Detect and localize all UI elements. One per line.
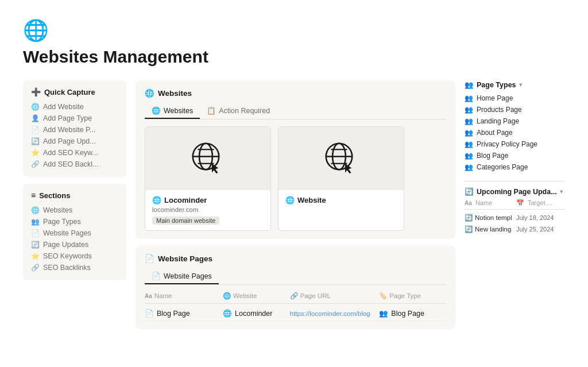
quick-capture-item-1[interactable]: 🌐 Add Website bbox=[31, 101, 118, 113]
website-thumb-1 bbox=[145, 127, 270, 190]
page-type-home[interactable]: 👥 Home Page bbox=[465, 92, 565, 104]
quick-capture-item-6[interactable]: 🔗 Add SEO Backl... bbox=[31, 159, 118, 170]
upcoming-row-1[interactable]: 🔄 Notion templ July 18, 2024 bbox=[465, 212, 565, 223]
col-website-icon: 🌐 bbox=[223, 292, 231, 300]
website-card-2[interactable]: 🌐 Website bbox=[278, 126, 404, 231]
privacy-type-icon: 👥 bbox=[465, 140, 473, 148]
col-website: 🌐 Website bbox=[223, 292, 290, 300]
row-url: https://locominder.com/blog bbox=[290, 310, 380, 317]
website-tag-1: Main domain website bbox=[152, 217, 219, 225]
page-type-privacy[interactable]: 👥 Privacy Policy Page bbox=[465, 138, 565, 150]
table-row[interactable]: 📄 Blog Page 🌐 Locominder https://locomin… bbox=[145, 306, 446, 321]
home-type-icon: 👥 bbox=[465, 94, 473, 102]
row-page-type: 👥 Blog Page bbox=[379, 309, 446, 318]
categories-type-icon: 👥 bbox=[465, 163, 473, 171]
blog-type-icon: 👥 bbox=[465, 152, 473, 160]
page-type-icon: 👤 bbox=[31, 114, 40, 122]
website-icon: 🌐 bbox=[31, 103, 40, 111]
globe-cursor-icon-1 bbox=[188, 138, 228, 179]
globe-cursor-icon-2 bbox=[321, 138, 361, 179]
quick-capture-title: ➕ Quick Capture bbox=[31, 87, 118, 96]
website-pages-database: 📄 Website Pages 📄 Website Pages Aa Name bbox=[136, 246, 455, 329]
websites-tabs: 🌐 Websites 📋 Action Required bbox=[145, 103, 446, 119]
upcoming-name-1: 🔄 Notion templ bbox=[465, 214, 516, 222]
globe-icon: 🌐 bbox=[31, 206, 40, 214]
sections-card: ≡ Sections 🌐 Websites 👥 Page Types 📄 Web… bbox=[23, 184, 126, 280]
section-item-page-updates[interactable]: 🔄 Page Updates bbox=[31, 239, 118, 250]
row-type-icon: 👥 bbox=[379, 309, 388, 318]
pages-db-icon: 📄 bbox=[145, 254, 154, 263]
upcoming-col-target: 📅 Target ... bbox=[516, 199, 562, 207]
row-website: 🌐 Locominder bbox=[223, 309, 290, 318]
tab-websites[interactable]: 🌐 Websites bbox=[145, 103, 200, 119]
quick-capture-item-4[interactable]: 🔄 Add Page Upd... bbox=[31, 136, 118, 147]
section-item-websites[interactable]: 🌐 Websites bbox=[31, 204, 118, 216]
card-globe-icon-2: 🌐 bbox=[285, 196, 295, 204]
website-card-body-2: 🌐 Website bbox=[278, 190, 404, 212]
pages-table-header: Aa Name 🌐 Website 🔗 Page URL 🏷️ Page Typ… bbox=[145, 292, 446, 304]
divider bbox=[465, 181, 565, 181]
section-item-page-types[interactable]: 👥 Page Types bbox=[31, 216, 118, 227]
col-url-icon: 🔗 bbox=[290, 292, 298, 300]
upcoming-name-2: 🔄 New landing bbox=[465, 225, 516, 233]
col-type-icon: 🏷️ bbox=[379, 292, 387, 300]
about-type-icon: 👥 bbox=[465, 129, 473, 137]
upcoming-icon: 🔄 bbox=[465, 187, 474, 196]
upcoming-chevron-icon: ▾ bbox=[560, 188, 563, 195]
landing-type-icon: 👥 bbox=[465, 117, 473, 125]
card-globe-icon: 🌐 bbox=[152, 196, 161, 204]
page-header: 🌐 Websites Management bbox=[23, 18, 565, 67]
page-type-blog[interactable]: 👥 Blog Page bbox=[465, 150, 565, 161]
section-item-seo-keywords[interactable]: ⭐ SEO Keywords bbox=[31, 250, 118, 262]
website-gallery: 🌐 Locominder locominder.com Main domain … bbox=[145, 126, 446, 231]
page-types-title[interactable]: 👥 Page Types ▾ bbox=[465, 80, 565, 89]
section-item-seo-backlinks[interactable]: 🔗 SEO Backlinks bbox=[31, 262, 118, 273]
chevron-down-icon: ▾ bbox=[519, 82, 522, 88]
upcoming-date-1: July 18, 2024 bbox=[516, 214, 562, 221]
page-icon: 🌐 bbox=[23, 18, 565, 43]
website-name-2: 🌐 Website bbox=[285, 196, 397, 204]
col-name-icon: Aa bbox=[145, 293, 152, 299]
col-url: 🔗 Page URL bbox=[290, 292, 380, 300]
page-title: Websites Management bbox=[23, 47, 565, 67]
websites-database: 🌐 Websites 🌐 Websites 📋 Action Required bbox=[136, 80, 455, 239]
page-type-landing[interactable]: 👥 Landing Page bbox=[465, 115, 565, 127]
backlink-icon: 🔗 bbox=[31, 160, 40, 168]
doc-icon: 📄 bbox=[31, 126, 40, 134]
quick-capture-item-3[interactable]: 📄 Add Website P... bbox=[31, 124, 118, 136]
sections-title: ≡ Sections bbox=[31, 191, 118, 200]
page-type-about[interactable]: 👥 About Page bbox=[465, 127, 565, 138]
keyword-icon: ⭐ bbox=[31, 149, 40, 157]
page-types-section: 👥 Page Types ▾ 👥 Home Page 👥 Products Pa… bbox=[465, 80, 565, 173]
tab-action-required[interactable]: 📋 Action Required bbox=[200, 103, 277, 119]
quick-capture-item-2[interactable]: 👤 Add Page Type bbox=[31, 113, 118, 124]
users-icon: 👥 bbox=[31, 218, 40, 226]
tab-websites-icon: 🌐 bbox=[152, 106, 161, 115]
website-card-body-1: 🌐 Locominder locominder.com Main domain … bbox=[145, 190, 270, 230]
sections-icon: ≡ bbox=[31, 191, 36, 200]
upcoming-table: Aa Name 📅 Target ... 🔄 Notion templ bbox=[465, 199, 565, 235]
refresh-icon: 🔄 bbox=[31, 241, 40, 249]
center-content: 🌐 Websites 🌐 Websites 📋 Action Required bbox=[136, 80, 455, 329]
quick-capture-item-5[interactable]: ⭐ Add SEO Keyw... bbox=[31, 147, 118, 159]
tab-website-pages[interactable]: 📄 Website Pages bbox=[145, 269, 219, 284]
website-card-locominder[interactable]: 🌐 Locominder locominder.com Main domain … bbox=[145, 126, 271, 231]
upcoming-date-2: July 25, 2024 bbox=[516, 226, 562, 233]
section-item-website-pages[interactable]: 📄 Website Pages bbox=[31, 227, 118, 239]
row-name: 📄 Blog Page bbox=[145, 309, 223, 318]
websites-db-icon: 🌐 bbox=[145, 88, 154, 98]
link-icon: 🔗 bbox=[31, 264, 40, 272]
websites-db-header: 🌐 Websites bbox=[145, 88, 446, 98]
upcoming-section: 🔄 Upcoming Page Upda... ▾ Aa Name 📅 Targ… bbox=[465, 187, 565, 235]
upcoming-title[interactable]: 🔄 Upcoming Page Upda... ▾ bbox=[465, 187, 565, 196]
upcoming-row-2[interactable]: 🔄 New landing July 25, 2024 bbox=[465, 223, 565, 235]
upcoming-col-name: Aa Name bbox=[465, 199, 516, 207]
right-sidebar: 👥 Page Types ▾ 👥 Home Page 👥 Products Pa… bbox=[465, 80, 565, 243]
page-type-categories[interactable]: 👥 Categories Page bbox=[465, 161, 565, 173]
tab-action-icon: 📋 bbox=[207, 106, 216, 115]
pages-tab-icon: 📄 bbox=[152, 272, 161, 280]
page-types-icon: 👥 bbox=[465, 80, 474, 89]
pages-tabs: 📄 Website Pages bbox=[145, 269, 446, 285]
page-type-products[interactable]: 👥 Products Page bbox=[465, 104, 565, 115]
row-name-icon: 📄 bbox=[145, 309, 154, 318]
